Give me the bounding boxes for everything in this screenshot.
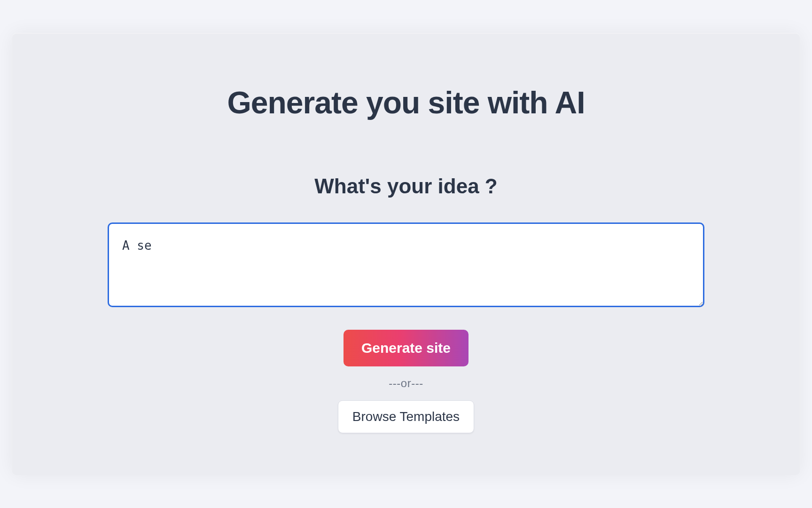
prompt-subtitle: What's your idea ? <box>314 175 497 198</box>
or-separator: ---or--- <box>389 377 423 390</box>
page-title: Generate you site with AI <box>227 85 585 120</box>
browse-templates-button[interactable]: Browse Templates <box>338 400 474 433</box>
page-background: Generate you site with AI What's your id… <box>0 0 812 508</box>
generate-site-button[interactable]: Generate site <box>344 330 468 366</box>
idea-input[interactable] <box>108 222 704 307</box>
generator-card: Generate you site with AI What's your id… <box>12 33 800 475</box>
